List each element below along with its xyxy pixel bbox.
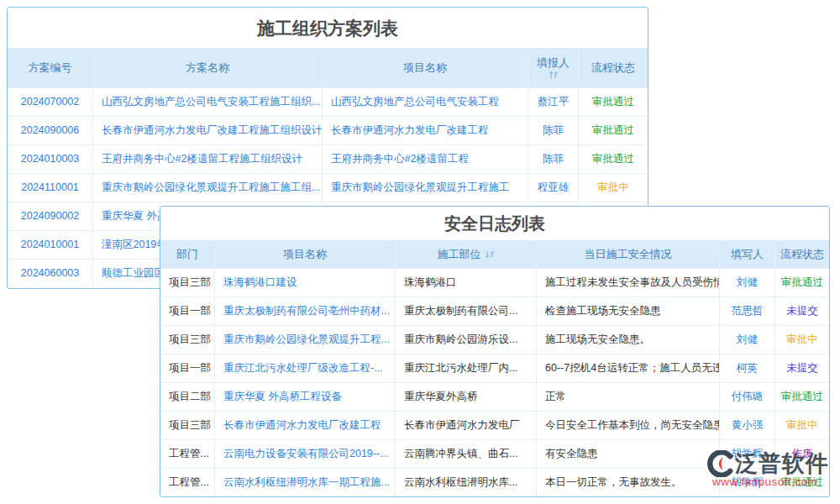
safety-condition-cell: 施工过程未发生安全事故及人员受伤情况 [537,269,720,297]
project-name-cell[interactable]: 重庆太极制药有限公司亳州中药材... [215,297,396,325]
reporter-cell[interactable]: 陈菲 [528,117,579,144]
table-row: 项目一部重庆太极制药有限公司亳州中药材...重庆太极制药有限公司...检查施工现… [160,297,829,325]
safety-log-table-header: 部门 项目名称 施工部位 当日施工安全情况 填写人 流程状态 [160,241,829,268]
dept-cell: 项目二部 [160,383,215,411]
dept-cell: 项目一部 [160,354,215,382]
header-project-name[interactable]: 项目名称 [215,241,396,268]
dept-cell: 工程管... [160,440,215,468]
header-writer-label: 填写人 [731,247,764,262]
table-row: 2024070002山西弘文房地产总公司电气安装工程施工组织...山西弘文房地产… [8,87,648,116]
table-row: 项目三部珠海鹤港口建设珠海鹤港口施工过程未发生安全事故及人员受伤情况刘健审批通过 [160,268,829,297]
dept-cell: 项目三部 [160,326,215,354]
work-part-cell: 重庆太极制药有限公司... [396,297,537,325]
plan-name-cell[interactable]: 长春市伊通河水力发电厂改建工程施工组织设计 [93,117,323,144]
header-project-name[interactable]: 项目名称 [323,49,528,87]
status-cell: 审批通过 [579,117,648,144]
project-name-cell[interactable]: 山西弘文房地产总公司电气安装工程 [323,88,528,116]
reporter-cell[interactable]: 程亚雄 [528,174,579,202]
status-cell: 审批中 [775,326,829,354]
status-cell: 审批通过 [775,269,829,297]
project-name-cell[interactable]: 重庆市鹅岭公园绿化景观提升工程施工 [323,174,528,202]
writer-cell[interactable]: 范思哲 [720,297,775,325]
header-safety-condition[interactable]: 当日施工安全情况 [537,241,720,268]
work-part-cell: 长春市伊通河水力发电厂 [396,412,537,439]
plan-id-cell[interactable]: 2024010001 [8,231,93,259]
project-name-cell[interactable]: 重庆江北污水处理厂级改造工程-... [215,354,396,382]
writer-cell[interactable]: 付伟璐 [720,383,775,411]
header-work-part-label: 施工部位 [438,247,481,262]
table-row: 项目三部长春市伊通河水力发电厂改建工程长春市伊通河水力发电厂今日安全工作基本到位… [160,411,829,439]
plan-name-cell[interactable]: 重庆市鹅岭公园绿化景观提升工程施工施工组... [93,174,323,202]
status-cell: 审批中 [775,412,829,439]
header-status-label: 流程状态 [780,247,824,262]
writer-cell[interactable]: 黄小强 [720,412,775,439]
table-row: 项目一部重庆江北污水处理厂级改造工程-...重庆江北污水处理厂内...60--7… [160,354,829,382]
header-project-name-label: 项目名称 [283,247,327,262]
table-row: 2024010003王府井商务中心#2楼遗留工程施工组织设计王府井商务中心#2楼… [8,144,648,173]
header-status[interactable]: 流程状态 [775,241,829,268]
safety-log-table-title: 安全日志列表 [160,207,829,241]
table-row: 项目三部重庆市鹅岭公园绿化景观提升工程...重庆市鹅岭公园游乐设...施工现场无… [160,325,829,354]
dept-cell: 工程管... [160,469,215,496]
fanpu-watermark: 泛普软件 www.fanpusoft.com [707,449,829,488]
dept-cell: 项目一部 [160,297,215,325]
watermark-url: www.fanpusoft.com [707,475,829,488]
plan-id-cell[interactable]: 2024070002 [8,88,93,116]
header-reporter[interactable]: 填报人 [528,49,579,87]
project-name-cell[interactable]: 珠海鹤港口建设 [215,269,396,297]
header-dept[interactable]: 部门 [160,241,215,268]
safety-condition-cell: 检查施工现场无安全隐患 [537,297,720,325]
project-name-cell[interactable]: 王府井商务中心#2楼遗留工程 [323,145,528,173]
status-cell: 未提交 [775,354,829,382]
status-cell: 审批通过 [579,145,648,173]
status-cell: 审批通过 [579,88,648,116]
writer-cell[interactable]: 柯英 [720,354,775,382]
project-name-cell[interactable]: 云南水利枢纽潜明水库一期工程施... [215,469,396,496]
safety-condition-cell: 60--7挖机4台运转正常；施工人员无违... [537,354,720,382]
work-part-cell: 重庆市鹅岭公园游乐设... [396,326,537,354]
header-plan-name[interactable]: 方案名称 [93,49,323,87]
header-dept-label: 部门 [176,247,198,262]
safety-condition-cell: 本日一切正常，无事故发生。 [537,469,720,496]
status-cell: 审批通过 [775,383,829,411]
plan-name-cell[interactable]: 山西弘文房地产总公司电气安装工程施工组织... [93,88,323,116]
sort-asc-icon[interactable] [549,70,559,80]
header-plan-name-label: 方案名称 [186,60,229,76]
project-name-cell[interactable]: 长春市伊通河水力发电厂改建工程 [323,117,528,144]
reporter-cell[interactable]: 陈菲 [528,145,579,173]
plan-id-cell[interactable]: 2024010003 [8,145,93,173]
header-plan-id-label: 方案编号 [29,60,72,76]
header-reporter-label: 填报人 [537,56,570,70]
plan-name-cell[interactable]: 王府井商务中心#2楼遗留工程施工组织设计 [93,145,323,173]
project-name-cell[interactable]: 长春市伊通河水力发电厂改建工程 [215,412,396,439]
header-work-part[interactable]: 施工部位 [396,241,537,268]
plan-table-title: 施工组织方案列表 [8,8,648,49]
work-part-cell: 云南腾冲界头镇、曲石... [396,440,537,468]
status-cell: 未提交 [775,297,829,325]
project-name-cell[interactable]: 云南电力设备安装有限公司2019--... [215,440,396,468]
plan-id-cell[interactable]: 2024090002 [8,202,93,230]
table-row: 2024110001重庆市鹅岭公园绿化景观提升工程施工施工组...重庆市鹅岭公园… [8,173,648,202]
table-row: 2024090006长春市伊通河水力发电厂改建工程施工组织设计长春市伊通河水力发… [8,116,648,144]
fanpu-logo-icon [707,450,734,477]
header-safety-condition-label: 当日施工安全情况 [585,247,672,262]
safety-condition-cell: 正常 [537,383,720,411]
plan-id-cell[interactable]: 2024110001 [8,174,93,202]
header-status[interactable]: 流程状态 [579,49,648,87]
plan-id-cell[interactable]: 2024060003 [8,260,93,287]
plan-table-header: 方案编号 方案名称 项目名称 填报人 流程状态 [8,49,648,87]
writer-cell[interactable]: 刘健 [720,269,775,297]
reporter-cell[interactable]: 蔡江平 [528,88,579,116]
header-plan-id[interactable]: 方案编号 [8,49,93,87]
project-name-cell[interactable]: 重庆市鹅岭公园绿化景观提升工程... [215,326,396,354]
work-part-cell: 重庆江北污水处理厂内... [396,354,537,382]
work-part-cell: 云南水利枢纽潜明水库... [396,469,537,496]
dept-cell: 项目三部 [160,412,215,439]
work-part-cell: 重庆华夏外高桥 [396,383,537,411]
writer-cell[interactable]: 刘健 [720,326,775,354]
watermark-brand: 泛普软件 [735,449,829,479]
sort-desc-icon[interactable] [485,249,495,260]
plan-id-cell[interactable]: 2024090006 [8,117,93,144]
project-name-cell[interactable]: 重庆华夏 外高桥工程设备 [215,383,396,411]
header-writer[interactable]: 填写人 [720,241,775,268]
